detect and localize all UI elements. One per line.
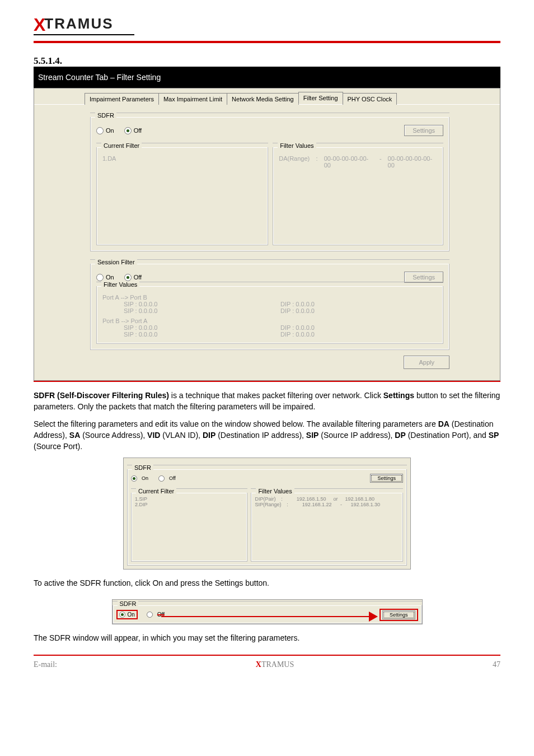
mini-current-filter-title: Current Filter xyxy=(136,488,176,494)
sdfr-title: SDFR xyxy=(95,112,116,119)
session-on-label: On xyxy=(106,274,114,281)
current-filter-title: Current Filter xyxy=(101,142,142,149)
sip-value: SIP : 0.0.0.0 xyxy=(124,324,280,331)
arrow-head-icon xyxy=(369,612,378,622)
tab-impairment-parameters[interactable]: Impairment Parameters xyxy=(85,93,159,105)
sdfr-on-label: On xyxy=(106,127,114,134)
mini-filter-values-group: Filter Values DIP(Pair):192.168.1.50or19… xyxy=(251,493,403,562)
logo-x: X xyxy=(34,15,44,35)
strip-settings-button[interactable]: Settings xyxy=(382,610,415,619)
session-filter-title: Session Filter xyxy=(95,259,137,265)
current-filter-item: 1.DA xyxy=(102,155,262,162)
dir-b-a: Port B --> Port A xyxy=(102,318,437,324)
session-off-label: Off xyxy=(134,274,142,281)
session-on-radio[interactable] xyxy=(96,274,104,281)
tab-strip: Impairment Parameters Max Impairment Lim… xyxy=(34,88,500,105)
strip-off-radio[interactable] xyxy=(147,612,153,618)
mini-fv-row: DIP(Pair):192.168.1.50or192.168.1.80 xyxy=(255,496,399,502)
filter-values-group: Filter Values DA(Range) : 00-00-00-00-00… xyxy=(273,147,443,245)
session-settings-button[interactable]: Settings xyxy=(404,272,443,283)
sip-value: SIP : 0.0.0.0 xyxy=(124,331,280,338)
desc-activate-sdfr: To active the SDFR function, click On an… xyxy=(34,577,500,589)
filter-value-row: DA(Range) : 00-00-00-00-00-00 - 00-00-00… xyxy=(279,155,437,169)
session-off-radio[interactable] xyxy=(124,274,132,281)
mini-on-label: On xyxy=(142,475,148,481)
sdfr-strip-screenshot: SDFR On Off Settings xyxy=(112,599,423,624)
mini-settings-button[interactable]: Settings xyxy=(370,474,403,483)
sdfr-group: SDFR On Off Settings Current Filter 1.DA xyxy=(90,117,449,251)
sip-value: SIP : 0.0.0.0 xyxy=(124,307,280,314)
tab-filter-setting[interactable]: Filter Setting xyxy=(298,92,343,104)
header-rule xyxy=(34,41,500,43)
footer-page-number: 47 xyxy=(493,660,500,669)
footer-left: E-mail: xyxy=(34,660,57,669)
sip-value: SIP : 0.0.0.0 xyxy=(124,301,280,307)
section-number: 5.5.1.4. xyxy=(34,55,500,67)
sdfr-settings-button[interactable]: Settings xyxy=(404,125,443,136)
mini-filter-values-title: Filter Values xyxy=(256,488,294,494)
mini-on-radio[interactable] xyxy=(131,475,137,482)
dip-value: DIP : 0.0.0.0 xyxy=(280,324,437,331)
apply-button[interactable]: Apply xyxy=(404,356,449,369)
section-title: Stream Counter Tab – Filter Setting xyxy=(36,73,161,82)
dip-value: DIP : 0.0.0.0 xyxy=(280,331,437,338)
dip-value: DIP : 0.0.0.0 xyxy=(280,307,437,314)
sdfr-off-label: Off xyxy=(134,127,142,134)
section-heading: Stream Counter Tab – Filter Setting xyxy=(34,67,500,88)
page-footer: E-mail: XTRAMUS 47 xyxy=(34,660,500,669)
filter-setting-screenshot: Impairment Parameters Max Impairment Lim… xyxy=(34,88,500,381)
mini-fv-row: SIP(Range):192.168.1.22-192.168.1.30 xyxy=(255,502,399,507)
sdfr-on-radio[interactable] xyxy=(96,127,104,134)
mini-off-label: Off xyxy=(169,475,176,481)
mini-cf-item: 1.SIP xyxy=(135,496,243,502)
strip-on-radio[interactable] xyxy=(119,612,125,618)
dip-value: DIP : 0.0.0.0 xyxy=(280,301,437,307)
mini-off-radio[interactable] xyxy=(158,475,165,482)
desc-filter-params: Select the filtering parameters and edit… xyxy=(34,418,500,452)
settings-highlight-box: Settings xyxy=(380,609,418,621)
sdfr-off-radio[interactable] xyxy=(124,127,132,134)
session-filter-group: Session Filter On Off Settings Filter Va… xyxy=(90,264,449,350)
tab-phy-osc-clock[interactable]: PHY OSC Clock xyxy=(343,93,397,105)
strip-sdfr-title: SDFR xyxy=(118,600,139,607)
brand-logo: XTRAMUS xyxy=(0,0,534,39)
tab-max-impairment-limit[interactable]: Max Impairment Limit xyxy=(158,93,227,105)
mini-current-filter-group: Current Filter 1.SIP 2.DIP xyxy=(131,493,247,562)
mini-sdfr-group: SDFR On Off Settings Current Filter 1.SI… xyxy=(127,469,407,566)
on-highlight-box: On xyxy=(116,610,138,619)
current-filter-group: Current Filter 1.DA xyxy=(96,147,268,245)
logo-text: TRAMUS xyxy=(44,15,113,32)
footer-brand: XTRAMUS xyxy=(256,660,294,669)
arrow-line xyxy=(161,616,369,617)
mini-sdfr-title: SDFR xyxy=(132,464,153,471)
session-filter-values-group: Filter Values Port A --> Port B SIP : 0.… xyxy=(96,286,443,344)
divider xyxy=(34,381,500,382)
footer-rule xyxy=(34,655,500,656)
filter-values-title: Filter Values xyxy=(278,142,316,149)
desc-sdfr-overview: SDFR (Self-Discover Filtering Rules) is … xyxy=(34,390,500,413)
mini-cf-item: 2.DIP xyxy=(135,502,243,507)
dir-a-b: Port A --> Port B xyxy=(102,294,437,301)
strip-on-label: On xyxy=(128,612,135,618)
tab-network-media-setting[interactable]: Network Media Setting xyxy=(227,93,299,105)
session-filter-values-title: Filter Values xyxy=(101,281,139,288)
desc-sdfr-window: The SDFR window will appear, in which yo… xyxy=(34,632,500,643)
sdfr-mini-screenshot: SDFR On Off Settings Current Filter 1.SI… xyxy=(123,458,411,570)
